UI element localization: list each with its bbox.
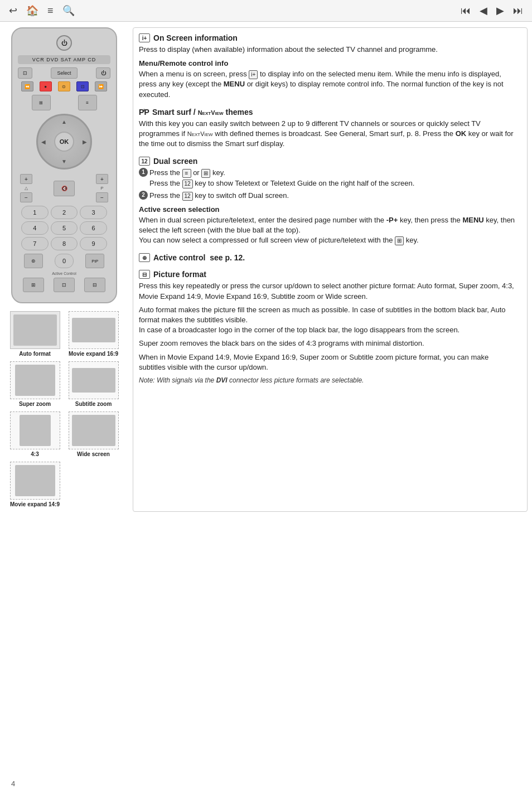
dual-step-1: 1 Press the ≡ or ⊞ key. Press the 12 key… bbox=[139, 168, 516, 188]
step-1-content: Press the ≡ or ⊞ key. Press the 12 key t… bbox=[149, 168, 516, 188]
picture-format-para-1: Press this key repeatedly or press the c… bbox=[139, 281, 516, 301]
numpad: 1 2 3 4 5 6 7 8 9 bbox=[18, 206, 110, 250]
thumb-4-3-label: 4:3 bbox=[31, 451, 38, 457]
thumb-4-3-box bbox=[10, 411, 60, 449]
thumb-movie-expand-14-9-label: Movie expand 14:9 bbox=[10, 501, 60, 507]
feature-row: ⊞ ≡ bbox=[18, 95, 110, 110]
thumb-auto-format: Auto format bbox=[6, 311, 64, 357]
vol-down-button[interactable]: − bbox=[20, 192, 32, 202]
nav-up-button[interactable]: ▲ bbox=[61, 119, 67, 125]
dual-screen-icon-badge: 12 bbox=[139, 157, 150, 166]
format-button[interactable]: ⊡ bbox=[54, 278, 75, 292]
select-button[interactable]: Select bbox=[51, 67, 78, 79]
active-control-heading: Active control see p. 12. bbox=[153, 253, 245, 262]
menu-remote-body: When a menu is on screen, press i+ to di… bbox=[139, 69, 516, 100]
thumb-auto-format-box bbox=[10, 311, 60, 349]
active-ctrl-button[interactable]: ⊛ bbox=[24, 254, 43, 268]
thumb-auto-format-label: Auto format bbox=[19, 351, 51, 357]
left-column: ⏻ VCR DVD SAT AMP CD ⊡ Select ⏻ ⏪ ● ⊙ ⊡ … bbox=[0, 27, 128, 512]
remote-control: ⏻ VCR DVD SAT AMP CD ⊡ Select ⏻ ⏪ ● ⊙ ⊡ … bbox=[11, 27, 117, 303]
num-0-button[interactable]: 0 bbox=[55, 254, 74, 268]
nav-ring: ▲ ▼ ◀ ▶ OK bbox=[36, 114, 92, 170]
dual-step-2: 2 Press the 12 key to switch off Dual sc… bbox=[139, 191, 516, 201]
twelve-key-2: 12 bbox=[182, 192, 193, 201]
format-key: ⊞ bbox=[201, 169, 210, 178]
vol-label: △ bbox=[25, 186, 28, 191]
teletext-button[interactable]: ⊞ bbox=[32, 95, 51, 110]
dual-screen-title: 12 Dual screen bbox=[139, 157, 516, 166]
standby-button[interactable]: ⏻ bbox=[96, 67, 110, 79]
forward-button[interactable]: ⏩ bbox=[95, 81, 107, 91]
nav-down-button[interactable]: ▼ bbox=[61, 158, 67, 164]
pip-button[interactable]: PiP bbox=[85, 254, 104, 268]
dual-screen-button[interactable]: ⊞ bbox=[23, 278, 44, 292]
thumb-4-3: 4:3 bbox=[6, 411, 64, 457]
final-row: ⊞ ⊡ ⊟ bbox=[18, 278, 110, 292]
picture-format-title: ⊟ Picture format bbox=[139, 270, 516, 279]
picture-format-para-3: Super zoom removes the black bars on the… bbox=[139, 338, 516, 348]
num-7-button[interactable]: 7 bbox=[21, 237, 49, 250]
channel-group: + P − bbox=[96, 174, 108, 202]
screen-subtitle bbox=[72, 368, 115, 393]
power-button[interactable]: ⏻ bbox=[56, 35, 72, 51]
num-4-button[interactable]: 4 bbox=[21, 221, 49, 235]
av-button[interactable]: ⊡ bbox=[18, 67, 32, 79]
menu-remote-title: Menu/Remote control info bbox=[139, 59, 516, 67]
info-button[interactable]: ⊟ bbox=[84, 278, 105, 292]
skip-forward-icon[interactable]: ⏭ bbox=[513, 5, 523, 17]
search-icon[interactable]: 🔍 bbox=[62, 4, 75, 17]
section-active-control: ⊛ Active control see p. 12. bbox=[139, 253, 516, 262]
num-6-button[interactable]: 6 bbox=[80, 221, 107, 235]
vol-ch-row: + △ − 🔇 + P − bbox=[18, 174, 110, 202]
info-icon-badge: i+ bbox=[139, 33, 150, 42]
home-icon[interactable]: 🏠 bbox=[26, 4, 38, 17]
num-9-button[interactable]: 9 bbox=[80, 237, 107, 250]
vol-up-button[interactable]: + bbox=[20, 174, 32, 184]
volume-group: + △ − bbox=[20, 174, 32, 202]
format-key-2: ⊞ bbox=[395, 236, 404, 245]
record-button[interactable]: ● bbox=[40, 81, 52, 91]
section-smart-surf: PiP Smart surf / NextView themes With th… bbox=[139, 108, 516, 149]
back-icon[interactable]: ↩ bbox=[9, 4, 17, 17]
ch-down-button[interactable]: − bbox=[96, 192, 108, 202]
ch-up-button[interactable]: + bbox=[96, 174, 108, 184]
bottom-row: ⊛ 0 PiP bbox=[18, 254, 110, 268]
num-3-button[interactable]: 3 bbox=[80, 206, 107, 219]
stop-button[interactable]: ⊡ bbox=[76, 81, 89, 91]
skip-back-icon[interactable]: ⏮ bbox=[461, 5, 471, 17]
screen-wide bbox=[72, 415, 115, 446]
picture-format-para-2: Auto format makes the picture fill the s… bbox=[139, 305, 516, 336]
picture-format-heading: Picture format bbox=[153, 270, 206, 279]
active-ctrl-icon-badge: ⊛ bbox=[139, 253, 150, 262]
ok-button[interactable]: OK bbox=[54, 132, 74, 152]
thumb-subtitle-zoom: Subtitle zoom bbox=[64, 361, 123, 407]
screen-movie16 bbox=[72, 318, 115, 342]
num-1-button[interactable]: 1 bbox=[21, 206, 49, 219]
pause-button[interactable]: ⊙ bbox=[58, 81, 70, 91]
source-row: VCR DVD SAT AMP CD bbox=[18, 55, 110, 64]
next-icon[interactable]: ▶ bbox=[496, 4, 504, 17]
rewind-button[interactable]: ⏪ bbox=[21, 81, 33, 91]
num-5-button[interactable]: 5 bbox=[51, 221, 78, 235]
nav-right-button[interactable]: ▶ bbox=[83, 139, 87, 145]
nav-right: ⏮ ◀ ▶ ⏭ bbox=[461, 4, 523, 17]
document-icon[interactable]: ≡ bbox=[47, 5, 54, 17]
thumb-movie-expand-16-9: Movie expand 16:9 bbox=[64, 311, 123, 357]
on-screen-info-body: Press to display (when available) inform… bbox=[139, 45, 516, 55]
step-2-circle: 2 bbox=[139, 191, 148, 200]
prev-icon[interactable]: ◀ bbox=[480, 4, 487, 17]
num-8-button[interactable]: 8 bbox=[51, 237, 78, 250]
active-control-title: ⊛ Active control see p. 12. bbox=[139, 253, 516, 262]
thumb-super-zoom: Super zoom bbox=[6, 361, 64, 407]
subtitle-button[interactable]: ≡ bbox=[78, 95, 97, 110]
on-screen-info-title: i+ On Screen information bbox=[139, 33, 516, 42]
smart-surf-title: PiP Smart surf / NextView themes bbox=[139, 108, 516, 117]
mute-button[interactable]: 🔇 bbox=[54, 181, 75, 196]
section-picture-format: ⊟ Picture format Press this key repeated… bbox=[139, 270, 516, 385]
nav-left-button[interactable]: ◀ bbox=[41, 139, 46, 145]
thumb-wide-screen: Wide screen bbox=[64, 411, 123, 457]
num-2-button[interactable]: 2 bbox=[51, 206, 78, 219]
power-section: ⏻ bbox=[18, 35, 110, 51]
twelve-key: 12 bbox=[182, 180, 193, 188]
thumb-super-zoom-box bbox=[10, 361, 60, 399]
